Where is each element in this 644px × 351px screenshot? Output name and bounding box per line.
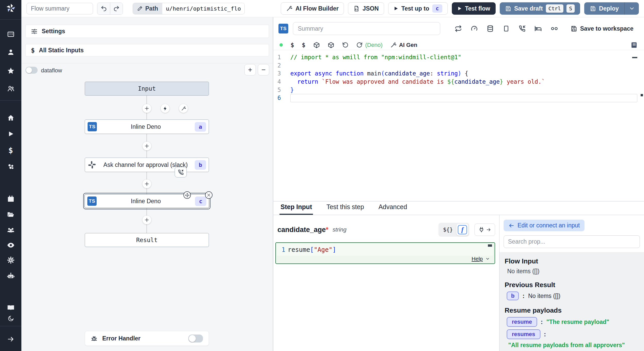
node-id-badge: a — [195, 122, 206, 132]
folder-open-icon[interactable] — [0, 211, 21, 218]
path-value[interactable]: u/henri/optimistic_flo — [162, 3, 244, 14]
typescript-icon: TS — [278, 24, 288, 33]
test-up-to-button[interactable]: Test up to c — [388, 2, 448, 15]
error-handler-bar[interactable]: Error Handler — [85, 331, 209, 346]
concurrency-voicemail-icon[interactable] — [550, 25, 558, 32]
undo-button[interactable] — [97, 3, 110, 14]
package-cube-icon[interactable] — [328, 42, 334, 48]
resource-picker-icon[interactable]: $ — [302, 42, 306, 48]
path-chip[interactable]: Path u/henri/optimistic_flo — [133, 3, 245, 14]
settings-gear-icon[interactable] — [0, 256, 21, 264]
expression-help-link[interactable]: Help — [472, 256, 490, 262]
zoom-out-button[interactable]: − — [258, 64, 269, 75]
minimap-slider[interactable] — [641, 94, 643, 96]
trigger-bolt-button[interactable] — [161, 104, 170, 113]
workspace-grid-icon[interactable] — [0, 30, 21, 38]
home-icon[interactable] — [0, 114, 21, 122]
flow-node-result[interactable]: Result — [85, 233, 209, 247]
windmill-logo[interactable] — [0, 3, 21, 14]
move-node-handle[interactable] — [183, 191, 191, 199]
user-icon[interactable] — [0, 48, 21, 56]
dark-mode-moon-icon[interactable] — [0, 315, 21, 322]
all-static-inputs-bar[interactable]: $ All Static Inputs — [26, 44, 269, 56]
workers-robot-icon[interactable] — [0, 272, 21, 280]
save-draft-button[interactable]: Save draft Ctrl S — [500, 2, 580, 15]
flow-node-step-c-selected: TS Inline Deno c — [83, 193, 210, 209]
audit-eye-icon[interactable] — [0, 241, 21, 249]
library-book-icon[interactable] — [631, 41, 638, 49]
suspend-phone-icon[interactable] — [519, 25, 526, 32]
flow-node-input[interactable]: Input — [85, 82, 209, 96]
node-label: Inline Deno — [97, 123, 195, 130]
step-editor-panel: TS Sav — [273, 17, 644, 351]
edit-or-connect-button[interactable]: Edit or connect an input — [504, 220, 584, 231]
tab-step-input[interactable]: Step Input — [279, 201, 313, 215]
prop-key-resume[interactable]: resume — [507, 317, 537, 327]
flow-settings-bar[interactable]: Settings — [26, 25, 269, 38]
prop-desc-resumes: "All resume payloads from all approvers" — [508, 342, 639, 349]
node-label: Inline Deno — [97, 198, 195, 205]
field-name: candidate_age — [277, 226, 326, 234]
sliders-icon — [31, 28, 38, 35]
ai-flow-builder-button[interactable]: AI Flow Builder — [281, 2, 344, 15]
expression-editor[interactable]: 1 resume["Age"] Help — [275, 242, 495, 264]
schedules-calendar-icon[interactable] — [0, 195, 21, 203]
insert-step-button[interactable] — [142, 142, 151, 150]
user-group-icon[interactable] — [0, 85, 21, 92]
flow-node-step-a[interactable]: TS Inline Deno a — [85, 119, 209, 134]
insert-step-button[interactable] — [142, 179, 151, 188]
variables-dollar-icon[interactable]: $ — [0, 146, 21, 155]
connect-input-plug-button[interactable] — [474, 224, 495, 236]
error-handler-toggle[interactable] — [188, 335, 203, 343]
ai-gen-button[interactable]: AI Gen — [390, 42, 417, 48]
runs-play-icon[interactable] — [0, 130, 21, 138]
delete-node-button[interactable] — [205, 191, 213, 199]
editor-toolbar: $ $ (Deno) AI Gen — [273, 40, 644, 50]
step-option-icons — [455, 25, 558, 32]
early-stop-gauge-icon[interactable] — [471, 25, 478, 32]
plug-icon — [478, 227, 485, 233]
tab-advanced[interactable]: Advanced — [377, 201, 408, 215]
json-button[interactable]: JSON — [348, 2, 384, 15]
retry-repeat-icon[interactable] — [455, 25, 462, 32]
plus-icon — [144, 106, 149, 111]
refresh-runtime-icon[interactable]: (Deno) — [356, 42, 383, 48]
resources-icon[interactable] — [0, 163, 21, 170]
insert-step-button[interactable] — [142, 104, 151, 113]
cache-database-icon[interactable] — [487, 25, 494, 32]
save-to-workspace-button[interactable]: Save to workspace — [571, 25, 633, 32]
sleep-bed-icon[interactable] — [535, 25, 542, 32]
star-icon[interactable] — [0, 67, 21, 75]
dataflow-toggle[interactable] — [26, 67, 38, 74]
ai-insert-wand-button[interactable] — [179, 104, 188, 113]
previous-result-badge[interactable]: b — [507, 292, 519, 300]
kbd-s: S — [566, 4, 575, 13]
package-cube-icon[interactable] — [313, 42, 320, 48]
template-mode-option[interactable]: ${} — [439, 227, 456, 233]
redo-button[interactable] — [110, 3, 123, 14]
mock-square-icon[interactable] — [503, 25, 510, 32]
groups-icon[interactable] — [0, 226, 21, 234]
kbd-ctrl: Ctrl — [546, 4, 563, 13]
search-prop-input[interactable] — [504, 235, 640, 248]
input-mode-toggle: ${} f — [438, 223, 469, 237]
prop-key-resumes[interactable]: resumes — [507, 329, 540, 339]
deploy-button[interactable]: Deploy — [584, 2, 624, 15]
variable-picker-icon[interactable]: $ — [291, 42, 294, 48]
insert-step-button[interactable] — [142, 216, 151, 224]
editor-header: TS Sav — [273, 17, 644, 40]
expand-sidebar-arrow-icon[interactable] — [0, 335, 21, 343]
docs-book-icon[interactable] — [0, 304, 21, 312]
step-summary-input[interactable] — [293, 22, 440, 35]
undo-redo-group — [97, 3, 123, 15]
function-mode-option[interactable]: f — [456, 224, 468, 236]
test-flow-button[interactable]: Test flow — [452, 2, 496, 15]
suspend-approval-phone-icon[interactable] — [175, 167, 187, 177]
zoom-in-button[interactable]: + — [244, 64, 256, 75]
deploy-dropdown-button[interactable] — [624, 2, 639, 15]
code-editor[interactable]: 1// import * as wmill from "npm:windmill… — [273, 50, 644, 201]
tab-test-this-step[interactable]: Test this step — [325, 201, 365, 215]
flow-node-step-b[interactable]: Ask channel for approval (slack) b — [85, 158, 209, 172]
reset-rotate-ccw-icon[interactable] — [342, 42, 349, 48]
flow-summary-input[interactable] — [27, 3, 93, 14]
